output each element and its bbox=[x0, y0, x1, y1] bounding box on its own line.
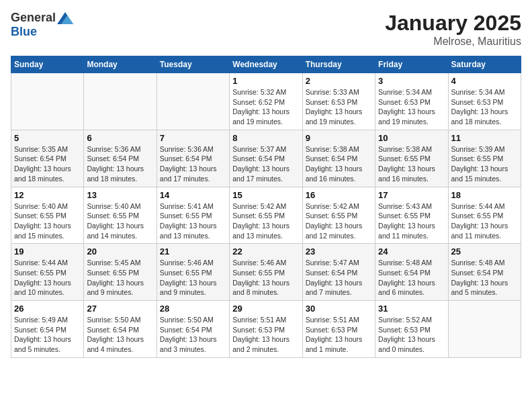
calendar-cell: 4Sunrise: 5:34 AM Sunset: 6:53 PM Daylig… bbox=[448, 73, 521, 130]
calendar-cell: 30Sunrise: 5:51 AM Sunset: 6:53 PM Dayli… bbox=[302, 301, 375, 358]
calendar-cell: 17Sunrise: 5:43 AM Sunset: 6:55 PM Dayli… bbox=[375, 187, 448, 244]
weekday-header-sunday: Sunday bbox=[11, 56, 84, 73]
day-number: 8 bbox=[232, 133, 299, 143]
day-number: 17 bbox=[378, 190, 445, 200]
day-number: 29 bbox=[232, 304, 299, 314]
day-info: Sunrise: 5:50 AM Sunset: 6:54 PM Dayligh… bbox=[87, 315, 153, 355]
day-number: 6 bbox=[87, 133, 153, 143]
day-info: Sunrise: 5:40 AM Sunset: 6:55 PM Dayligh… bbox=[87, 201, 153, 241]
day-number: 14 bbox=[160, 190, 226, 200]
day-info: Sunrise: 5:42 AM Sunset: 6:55 PM Dayligh… bbox=[232, 201, 299, 241]
calendar-cell: 15Sunrise: 5:42 AM Sunset: 6:55 PM Dayli… bbox=[230, 187, 302, 244]
calendar-cell bbox=[448, 301, 521, 358]
day-number: 11 bbox=[451, 133, 518, 143]
day-number: 15 bbox=[232, 190, 299, 200]
day-info: Sunrise: 5:32 AM Sunset: 6:52 PM Dayligh… bbox=[232, 87, 299, 127]
calendar-week-row: 26Sunrise: 5:49 AM Sunset: 6:54 PM Dayli… bbox=[11, 301, 521, 358]
calendar-cell: 10Sunrise: 5:38 AM Sunset: 6:55 PM Dayli… bbox=[375, 130, 448, 187]
day-info: Sunrise: 5:42 AM Sunset: 6:55 PM Dayligh… bbox=[306, 201, 372, 241]
logo-icon bbox=[57, 12, 73, 24]
day-number: 4 bbox=[451, 76, 518, 86]
day-number: 19 bbox=[14, 246, 81, 257]
day-info: Sunrise: 5:51 AM Sunset: 6:53 PM Dayligh… bbox=[232, 315, 299, 355]
calendar-cell: 24Sunrise: 5:48 AM Sunset: 6:54 PM Dayli… bbox=[375, 244, 448, 301]
calendar-cell: 22Sunrise: 5:46 AM Sunset: 6:55 PM Dayli… bbox=[230, 244, 302, 301]
day-number: 7 bbox=[160, 133, 226, 143]
day-number: 10 bbox=[378, 133, 445, 143]
day-number: 23 bbox=[306, 246, 372, 257]
day-info: Sunrise: 5:48 AM Sunset: 6:54 PM Dayligh… bbox=[451, 258, 518, 298]
day-info: Sunrise: 5:38 AM Sunset: 6:54 PM Dayligh… bbox=[306, 144, 372, 184]
day-number: 24 bbox=[378, 246, 445, 257]
day-number: 27 bbox=[87, 304, 153, 314]
day-info: Sunrise: 5:51 AM Sunset: 6:53 PM Dayligh… bbox=[306, 315, 372, 355]
day-number: 30 bbox=[306, 304, 372, 314]
page-header: General Blue January 2025 Melrose, Mauri… bbox=[11, 11, 521, 48]
day-number: 13 bbox=[87, 190, 153, 200]
weekday-header-monday: Monday bbox=[84, 56, 157, 73]
calendar-cell bbox=[84, 73, 157, 130]
calendar-table: SundayMondayTuesdayWednesdayThursdayFrid… bbox=[11, 56, 521, 358]
day-info: Sunrise: 5:36 AM Sunset: 6:54 PM Dayligh… bbox=[87, 144, 153, 184]
logo-blue-text: Blue bbox=[11, 25, 37, 39]
calendar-week-row: 19Sunrise: 5:44 AM Sunset: 6:55 PM Dayli… bbox=[11, 244, 521, 301]
calendar-cell: 27Sunrise: 5:50 AM Sunset: 6:54 PM Dayli… bbox=[84, 301, 157, 358]
title-block: January 2025 Melrose, Mauritius bbox=[385, 11, 521, 48]
day-number: 25 bbox=[451, 246, 518, 257]
day-number: 16 bbox=[306, 190, 372, 200]
weekday-header-row: SundayMondayTuesdayWednesdayThursdayFrid… bbox=[11, 56, 521, 73]
day-number: 21 bbox=[160, 246, 226, 257]
weekday-header-friday: Friday bbox=[375, 56, 448, 73]
calendar-cell: 26Sunrise: 5:49 AM Sunset: 6:54 PM Dayli… bbox=[11, 301, 84, 358]
day-info: Sunrise: 5:44 AM Sunset: 6:55 PM Dayligh… bbox=[14, 258, 81, 298]
day-number: 2 bbox=[306, 76, 372, 86]
day-info: Sunrise: 5:43 AM Sunset: 6:55 PM Dayligh… bbox=[378, 201, 445, 241]
day-number: 22 bbox=[232, 246, 299, 257]
day-info: Sunrise: 5:40 AM Sunset: 6:55 PM Dayligh… bbox=[14, 201, 81, 241]
calendar-cell: 20Sunrise: 5:45 AM Sunset: 6:55 PM Dayli… bbox=[84, 244, 157, 301]
calendar-cell: 9Sunrise: 5:38 AM Sunset: 6:54 PM Daylig… bbox=[302, 130, 375, 187]
calendar-cell: 14Sunrise: 5:41 AM Sunset: 6:55 PM Dayli… bbox=[157, 187, 229, 244]
calendar-cell: 6Sunrise: 5:36 AM Sunset: 6:54 PM Daylig… bbox=[84, 130, 157, 187]
calendar-cell bbox=[157, 73, 229, 130]
day-number: 20 bbox=[87, 246, 153, 257]
day-info: Sunrise: 5:34 AM Sunset: 6:53 PM Dayligh… bbox=[378, 87, 445, 127]
weekday-header-tuesday: Tuesday bbox=[157, 56, 229, 73]
calendar-cell: 31Sunrise: 5:52 AM Sunset: 6:53 PM Dayli… bbox=[375, 301, 448, 358]
day-number: 12 bbox=[14, 190, 81, 200]
day-info: Sunrise: 5:52 AM Sunset: 6:53 PM Dayligh… bbox=[378, 315, 445, 355]
day-info: Sunrise: 5:35 AM Sunset: 6:54 PM Dayligh… bbox=[14, 144, 81, 184]
day-info: Sunrise: 5:44 AM Sunset: 6:55 PM Dayligh… bbox=[451, 201, 518, 241]
calendar-title: January 2025 bbox=[385, 11, 521, 36]
calendar-week-row: 5Sunrise: 5:35 AM Sunset: 6:54 PM Daylig… bbox=[11, 130, 521, 187]
day-info: Sunrise: 5:39 AM Sunset: 6:55 PM Dayligh… bbox=[451, 144, 518, 184]
calendar-cell: 11Sunrise: 5:39 AM Sunset: 6:55 PM Dayli… bbox=[448, 130, 521, 187]
day-info: Sunrise: 5:36 AM Sunset: 6:54 PM Dayligh… bbox=[160, 144, 226, 184]
calendar-cell: 12Sunrise: 5:40 AM Sunset: 6:55 PM Dayli… bbox=[11, 187, 84, 244]
day-info: Sunrise: 5:34 AM Sunset: 6:53 PM Dayligh… bbox=[451, 87, 518, 127]
calendar-cell: 23Sunrise: 5:47 AM Sunset: 6:54 PM Dayli… bbox=[302, 244, 375, 301]
calendar-cell: 21Sunrise: 5:46 AM Sunset: 6:55 PM Dayli… bbox=[157, 244, 229, 301]
day-info: Sunrise: 5:37 AM Sunset: 6:54 PM Dayligh… bbox=[232, 144, 299, 184]
calendar-cell: 25Sunrise: 5:48 AM Sunset: 6:54 PM Dayli… bbox=[448, 244, 521, 301]
calendar-location: Melrose, Mauritius bbox=[385, 36, 521, 48]
day-info: Sunrise: 5:33 AM Sunset: 6:53 PM Dayligh… bbox=[306, 87, 372, 127]
calendar-cell bbox=[11, 73, 84, 130]
calendar-cell: 29Sunrise: 5:51 AM Sunset: 6:53 PM Dayli… bbox=[230, 301, 302, 358]
logo-general-text: General bbox=[11, 11, 56, 25]
calendar-cell: 7Sunrise: 5:36 AM Sunset: 6:54 PM Daylig… bbox=[157, 130, 229, 187]
calendar-cell: 13Sunrise: 5:40 AM Sunset: 6:55 PM Dayli… bbox=[84, 187, 157, 244]
day-number: 18 bbox=[451, 190, 518, 200]
weekday-header-wednesday: Wednesday bbox=[230, 56, 302, 73]
day-info: Sunrise: 5:41 AM Sunset: 6:55 PM Dayligh… bbox=[160, 201, 226, 241]
day-number: 26 bbox=[14, 304, 81, 314]
day-number: 9 bbox=[306, 133, 372, 143]
logo: General Blue bbox=[11, 11, 73, 39]
calendar-cell: 2Sunrise: 5:33 AM Sunset: 6:53 PM Daylig… bbox=[302, 73, 375, 130]
calendar-cell: 3Sunrise: 5:34 AM Sunset: 6:53 PM Daylig… bbox=[375, 73, 448, 130]
calendar-week-row: 12Sunrise: 5:40 AM Sunset: 6:55 PM Dayli… bbox=[11, 187, 521, 244]
calendar-cell: 16Sunrise: 5:42 AM Sunset: 6:55 PM Dayli… bbox=[302, 187, 375, 244]
day-info: Sunrise: 5:46 AM Sunset: 6:55 PM Dayligh… bbox=[232, 258, 299, 298]
day-number: 31 bbox=[378, 304, 445, 314]
day-info: Sunrise: 5:38 AM Sunset: 6:55 PM Dayligh… bbox=[378, 144, 445, 184]
